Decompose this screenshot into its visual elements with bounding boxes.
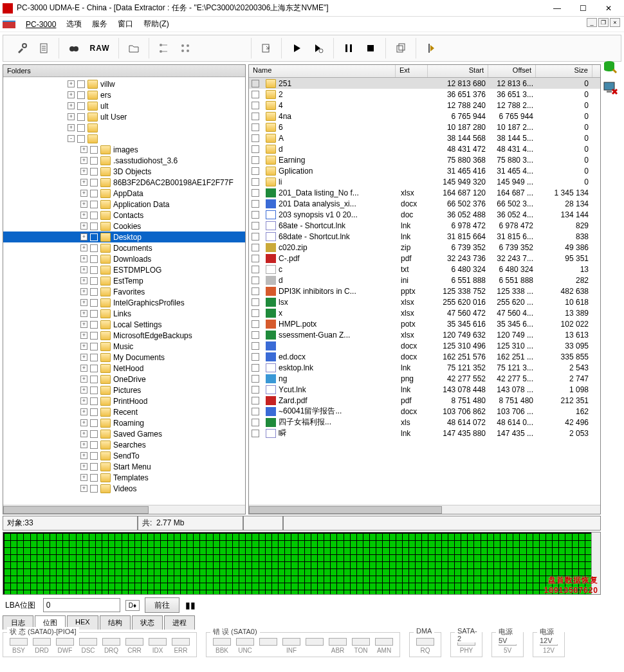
- tree-item[interactable]: +OneDrive: [3, 374, 245, 385]
- file-row[interactable]: ctxt6 480 3246 480 32413: [249, 264, 600, 275]
- tree-item[interactable]: +EstTemp: [3, 275, 245, 286]
- file-row[interactable]: Z ard.pdfpdf8 751 4808 751 480212 351: [249, 395, 600, 406]
- tab-status[interactable]: 状态: [132, 615, 163, 630]
- col-name[interactable]: Name: [249, 65, 396, 77]
- folder-tree[interactable]: + villw+ ers+ ult+ ult User+ - + images+…: [3, 77, 245, 505]
- tree-item[interactable]: +PrintHood: [3, 395, 245, 406]
- menu-pc3000[interactable]: PC-3000: [21, 19, 61, 30]
- list-tree-icon[interactable]: [153, 39, 175, 58]
- list-flat-icon[interactable]: [175, 39, 197, 58]
- tree-item[interactable]: +Desktop: [3, 232, 245, 242]
- mdi-close-button[interactable]: ×: [610, 18, 620, 27]
- tree-item[interactable]: +Documents: [3, 242, 245, 253]
- file-row[interactable]: lsxxlsx255 620 016255 620 ...10 618: [249, 296, 600, 307]
- tree-item[interactable]: +.sasstudiohost_3.6: [3, 155, 245, 166]
- col-size[interactable]: Size: [536, 65, 592, 77]
- tree-item[interactable]: +Links: [3, 308, 245, 319]
- play-icon[interactable]: [286, 39, 307, 58]
- tree-item[interactable]: +My Documents: [3, 352, 245, 363]
- tree-item[interactable]: +SendTo: [3, 450, 245, 461]
- tree-item[interactable]: +86B3F2D6AC2B00198AE1F2F77F: [3, 177, 245, 188]
- col-ext[interactable]: Ext: [396, 65, 428, 77]
- file-row[interactable]: 412 788 24012 788 2...0: [249, 100, 600, 111]
- tree-item[interactable]: -: [3, 133, 245, 144]
- tree-item[interactable]: +MicrosoftEdgeBackups: [3, 330, 245, 341]
- file-row[interactable]: ngpng42 277 55242 277 5...2 747: [249, 373, 600, 384]
- file-row[interactable]: c 020.zipzip6 739 3526 739 35249 386: [249, 242, 600, 253]
- tree-item[interactable]: +Application Data: [3, 199, 245, 210]
- mdi-restore-button[interactable]: ❐: [598, 18, 609, 27]
- close-button[interactable]: ✕: [596, 1, 621, 16]
- monitor-delete-icon[interactable]: [603, 80, 618, 95]
- file-row[interactable]: A38 144 56838 144 5...0: [249, 132, 600, 143]
- file-row[interactable]: 20 1 Data analysis_xi...docx66 502 37666…: [249, 198, 600, 209]
- maximize-button[interactable]: ☐: [570, 1, 596, 16]
- tree-item[interactable]: +AppData: [3, 188, 245, 199]
- mdi-minimize-button[interactable]: _: [587, 18, 597, 27]
- sector-map[interactable]: [3, 532, 601, 595]
- file-row[interactable]: G plication31 465 41631 465 4...0: [249, 165, 600, 176]
- tree-item[interactable]: +Contacts: [3, 210, 245, 221]
- tab-process[interactable]: 进程: [164, 615, 195, 630]
- tree-item[interactable]: +3D Objects: [3, 166, 245, 177]
- tree-item[interactable]: +NetHood: [3, 363, 245, 374]
- file-row[interactable]: 20 1_Data listing_No f...xlsx164 687 120…: [249, 187, 600, 198]
- lba-unit-icon[interactable]: D♦: [125, 600, 140, 611]
- tools-icon[interactable]: [11, 39, 33, 58]
- copy-stack-icon[interactable]: [390, 39, 412, 58]
- menu-window[interactable]: 窗口: [113, 17, 138, 31]
- file-row[interactable]: 68 date - Shortcut.lnklnk31 815 66431 81…: [249, 231, 600, 242]
- file-row[interactable]: 610 187 28010 187 2...0: [249, 122, 600, 132]
- menu-service[interactable]: 服务: [87, 17, 113, 31]
- col-offset[interactable]: Offset: [488, 65, 536, 77]
- tree-item[interactable]: +IntelGraphicsProfiles: [3, 297, 245, 308]
- file-row[interactable]: d48 431 47248 431 4...0: [249, 143, 600, 154]
- tree-item[interactable]: +Music: [3, 341, 245, 352]
- tree-item[interactable]: +ESTDMPLOG: [3, 264, 245, 275]
- folder-open-icon[interactable]: [123, 39, 145, 58]
- disk-db-icon[interactable]: [603, 59, 618, 75]
- file-row[interactable]: Y cut.lnklnk143 078 448143 078 ...1 098: [249, 384, 600, 395]
- tree-item[interactable]: +Start Menu: [3, 461, 245, 472]
- exit-icon[interactable]: [420, 39, 442, 58]
- file-row[interactable]: HMPL.potxpotx35 345 61635 345 6...102 02…: [249, 318, 600, 329]
- tree-item[interactable]: +Videos: [3, 483, 245, 494]
- document-icon[interactable]: [33, 39, 55, 58]
- file-row[interactable]: E arning75 880 36875 880 3...0: [249, 154, 600, 165]
- file-row[interactable]: 瞬lnk147 435 880147 435 ...2 053: [249, 428, 600, 439]
- play-settings-icon[interactable]: [307, 39, 329, 58]
- tree-item[interactable]: +Downloads: [3, 253, 245, 264]
- file-row[interactable]: li145 949 320145 949 ...0: [249, 176, 600, 187]
- file-row[interactable]: D PI3K inhibitors in C...pptx125 338 752…: [249, 286, 600, 296]
- list-hscroll[interactable]: [249, 505, 600, 514]
- file-row[interactable]: 4 na6 765 9446 765 9440: [249, 111, 600, 122]
- col-start[interactable]: Start: [428, 65, 488, 77]
- file-row[interactable]: ~ 60041留学报告...docx103 706 862103 706 ...…: [249, 406, 600, 417]
- export-icon[interactable]: [255, 39, 277, 58]
- file-row[interactable]: 20 3 synopsis v1 0 20...doc36 052 48836 …: [249, 209, 600, 220]
- tree-item[interactable]: + images: [3, 144, 245, 155]
- tree-item[interactable]: +Saved Games: [3, 428, 245, 439]
- file-row[interactable]: C -.pdfpdf32 243 73632 243 7...95 351: [249, 253, 600, 264]
- tree-item[interactable]: + villw: [3, 78, 245, 89]
- tree-item[interactable]: +Cookies: [3, 221, 245, 232]
- file-row[interactable]: xxlsx47 560 47247 560 4...13 389: [249, 307, 600, 318]
- tree-item[interactable]: + ult: [3, 100, 245, 111]
- file-row[interactable]: e d.docxdocx162 251 576162 251 ...335 85…: [249, 351, 600, 362]
- file-row[interactable]: 四 子女福利报...xls48 614 07248 614 0...42 496: [249, 417, 600, 428]
- tree-item[interactable]: +Templates: [3, 472, 245, 483]
- tree-hscroll[interactable]: [3, 505, 245, 514]
- sector-map-scrollbar[interactable]: [591, 532, 600, 594]
- menu-options[interactable]: 选项: [61, 17, 87, 31]
- file-row[interactable]: docx125 310 496125 310 ...33 095: [249, 340, 600, 351]
- tree-item[interactable]: +Local Settings: [3, 319, 245, 330]
- lba-input[interactable]: [43, 598, 120, 612]
- pause-icon[interactable]: [338, 39, 360, 58]
- tree-item[interactable]: +Recent: [3, 406, 245, 417]
- tree-item[interactable]: +Searches: [3, 439, 245, 450]
- menu-help[interactable]: 帮助(Z): [138, 17, 174, 31]
- tree-item[interactable]: + ers: [3, 89, 245, 100]
- file-row[interactable]: 236 651 37636 651 3...0: [249, 89, 600, 100]
- minimize-button[interactable]: —: [544, 1, 570, 16]
- tree-item[interactable]: +Favorites: [3, 286, 245, 297]
